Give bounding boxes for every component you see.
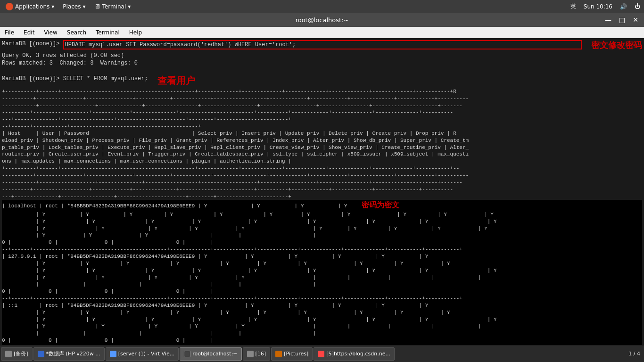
annotation-select: 查看用户 [157,75,195,88]
cmd-select: SELECT * FROM mysql.user; [63,75,148,82]
taskbar-terminal[interactable]: root@localhost:~ [180,347,241,361]
mariadb-prompt-2: MariaDB [(none)]> [2,75,63,82]
taskbar-backup[interactable]: [备份] [1,347,33,361]
data-row-127-5: | | | | | | [2,281,642,288]
data-row-localhost-2: | Y | Y | Y | Y | Y | Y | Y | Y | Y | Y … [2,211,642,218]
terminal-titlebar: root@localhost:~ — □ ✕ [0,13,644,27]
data-row-ipv6: | ::1 | root | *84BB5DF4823DA319BBF86C99… [2,302,642,309]
data-row-ipv6-4: | Y | Y | Y | Y | Y | | | | | [2,323,642,330]
terminal-menubar: File Edit View Search Terminal Help [0,27,644,38]
table-sep-6: --+------+-----------+------------------… [2,123,642,130]
query-output-1: Query OK, 3 rows affected (0.00 sec) [2,52,642,59]
backup-icon [5,351,12,357]
data-row-ipv6-3: | Y | Y | Y | Y | Y | Y | Y | Y | Y [2,316,642,323]
data-row-127: | 127.0.0.1 | root | *84BB5DF4823DA319BB… [2,253,642,260]
menu-file[interactable]: File [0,28,19,37]
taskbar-web[interactable]: [5]https://blog.csdn.ne... [314,347,395,361]
close-button[interactable]: ✕ [631,16,640,24]
term-icon [184,351,190,357]
annotation-cipher: 密码为密文 [362,201,399,211]
taskbar-db-label: *数据库 (HP v220w ... [46,350,100,357]
menu-help[interactable]: Help [124,28,147,37]
menu-view[interactable]: View [39,28,62,37]
data-row-127-3: | Y | Y | Y | Y | Y | Y | Y | Y | Y [2,267,642,274]
terminal-content[interactable]: MariaDB [(none)]> UPDATE mysql.user SET … [0,38,644,346]
terminal-menu[interactable]: 🖥 Terminal ▾ [91,2,135,11]
command-line-2: MariaDB [(none)]> SELECT * FROM mysql.us… [2,75,642,88]
data-row-ipv6-6: 0 | 0 | 0 | 0 | | [2,337,642,344]
chevron-down-icon: ▾ [128,3,131,10]
terminal-window: root@localhost:~ — □ ✕ File Edit View Se… [0,13,644,346]
data-row-ipv6-2: | Y | Y | Y | Y | Y | Y | Y | Y | Y | Y [2,309,642,316]
applications-label: Applications [15,3,50,10]
data-row-127-2: | Y | Y | Y | Y | Y | Y | Y | Y | Y | Y [2,260,642,267]
topbar-right: 英 Sun 10:16 🔊 ⏻ [569,1,642,11]
table-sep-mid1: +----------+------+---------------------… [2,165,642,172]
taskbar-virt-label: [server (1) - Virt Vie... [118,351,174,357]
web-icon [318,351,324,357]
table-header-row: | Host | User | Password | Select_priv |… [2,130,642,137]
taskbar-terminal-label: root@localhost:~ [192,351,237,357]
terminal-title: root@localhost:~ [296,16,349,24]
table-sep-mid3: -----------+------------------+---------… [2,179,642,186]
taskbar-page: 1 / 4 [626,351,643,357]
table-header-row4: routine_priv | Create_user_priv | Event_… [2,151,642,158]
data-row-localhost-6: 0 | 0 | 0 | 0 | | [2,239,642,246]
menu-search[interactable]: Search [62,28,91,37]
applications-menu[interactable]: Applications ▾ [2,2,58,11]
power-icon[interactable]: ⏻ [633,2,642,11]
data-section: | localhost | root | *84BB5DF4823DA319BB… [2,200,642,345]
vm-icon [110,351,116,357]
table-sep-4: ---------+------------------+-----------… [2,109,642,116]
table-sep-data1: --+------+------------------------------… [2,246,642,253]
table-sep-2: ----------+---------------+-------------… [2,95,642,102]
maximize-button[interactable]: □ [617,16,627,24]
volume-icon[interactable]: 🔊 [618,2,629,11]
table-sep-mid5: ---+--------------+-----------------+---… [2,193,642,200]
table-sep-5: ---+--------------+-----------------+---… [2,116,642,123]
places-label: Places [63,3,81,10]
taskbar-db[interactable]: *数据库 (HP v220w ... [33,347,105,361]
lang-indicator[interactable]: 英 [569,1,578,11]
mariadb-prompt-1: MariaDB [(none)]> [2,40,63,48]
query-output-2: Rows matched: 3 Changed: 3 Warnings: 0 [2,59,642,67]
table-sep-mid2: ----------+---------------+-------------… [2,172,642,179]
taskbar: [备份] *数据库 (HP v220w ... [server (1) - Vi… [0,346,644,362]
menu-edit[interactable]: Edit [19,28,39,37]
sys-icon-16 [247,351,254,357]
menu-terminal[interactable]: Terminal [91,28,124,37]
minimize-button[interactable]: — [603,16,613,24]
chevron-down-icon: ▾ [83,3,86,10]
table-sep-top: +----------+------+---------------------… [2,88,642,95]
table-sep-data2: --+------+------------------------------… [2,295,642,302]
taskbar-16[interactable]: [16] [243,347,271,361]
img-icon [275,351,282,357]
taskbar-pictures-label: [Pictures] [284,351,308,357]
table-header-row3: p_table_priv | Lock_tables_priv | Execut… [2,144,642,151]
taskbar-backup-label: [备份] [14,350,28,357]
data-row-ipv6-5: | | | | | | [2,330,642,337]
app-icon [6,3,13,10]
data-row-localhost-5: | Y | Y | Y | | | [2,232,642,239]
taskbar-16-label: [16] [256,351,266,357]
table-header-row2: eload_priv | Shutdown_priv | Process_pri… [2,137,642,144]
data-row-127-6: 0 | 0 | 0 | 0 | | [2,288,642,295]
terminal-label: Terminal [102,3,126,10]
time-display: Sun 10:16 [582,2,614,11]
db-icon [38,351,44,357]
data-row-127-4: | Y | Y | Y | Y | Y | | | | | [2,274,642,281]
terminal-icon: 🖥 [94,3,100,10]
localhost-row-data: | localhost | root | *84BB5DF4823DA319BB… [2,203,347,210]
topbar: Applications ▾ Places ▾ 🖥 Terminal ▾ 英 S… [0,0,644,13]
data-row-localhost-4: | Y | Y | Y | Y | Y | Y | Y | Y | Y | Y [2,225,642,232]
chevron-down-icon: ▾ [51,3,54,10]
places-menu[interactable]: Places ▾ [59,2,89,11]
table-sep-mid4: ---------+------------------+-----------… [2,186,642,193]
command-line-1: MariaDB [(none)]> UPDATE mysql.user SET … [2,40,642,51]
table-header-row5: ons | max_updates | max_connections | ma… [2,158,642,165]
taskbar-pictures[interactable]: [Pictures] [271,347,313,361]
data-row-localhost-3: | Y | Y | Y | Y | Y | Y | Y | Y | Y [2,218,642,225]
window-controls: — □ ✕ [603,16,640,24]
data-row-localhost: | localhost | root | *84BB5DF4823DA319BB… [2,201,642,211]
taskbar-virt[interactable]: [server (1) - Virt Vie... [106,347,179,361]
